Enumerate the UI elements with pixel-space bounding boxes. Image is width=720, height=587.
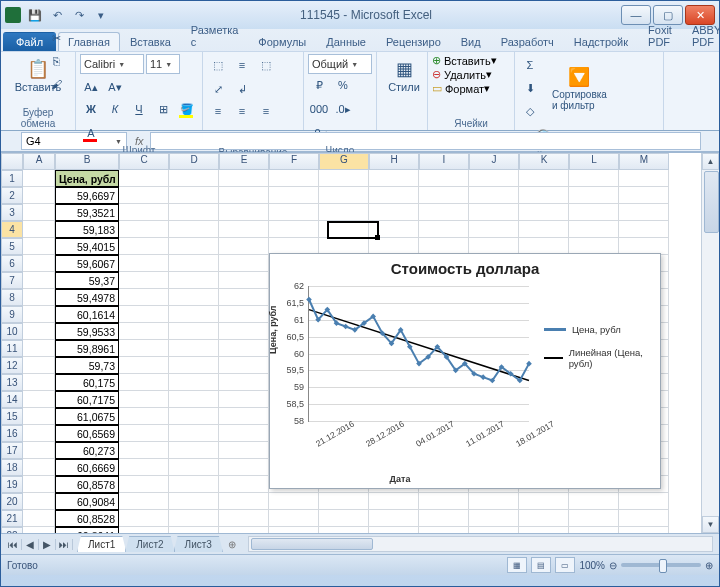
cell[interactable] (219, 493, 269, 510)
row-header[interactable]: 17 (1, 442, 23, 459)
cell[interactable] (369, 204, 419, 221)
cell[interactable] (369, 187, 419, 204)
cell[interactable] (469, 527, 519, 533)
cell[interactable] (23, 255, 55, 272)
cell[interactable] (219, 272, 269, 289)
cell[interactable] (119, 170, 169, 187)
cell[interactable] (369, 170, 419, 187)
tab-abbyy[interactable]: ABBYY PDF (682, 20, 720, 51)
cell[interactable] (469, 187, 519, 204)
cell[interactable] (519, 527, 569, 533)
cell[interactable] (619, 493, 669, 510)
cell[interactable] (23, 425, 55, 442)
row-header[interactable]: 18 (1, 459, 23, 476)
cell[interactable] (169, 238, 219, 255)
cell[interactable] (569, 170, 619, 187)
cell[interactable] (519, 493, 569, 510)
cell[interactable] (219, 459, 269, 476)
cell[interactable] (319, 170, 369, 187)
cell[interactable] (319, 204, 369, 221)
view-pagebreak-icon[interactable]: ▭ (555, 557, 575, 573)
col-header-A[interactable]: A (23, 153, 55, 170)
data-cell[interactable]: 60,175 (55, 374, 119, 391)
zoom-slider[interactable] (621, 563, 701, 567)
orientation-icon[interactable]: ⤢ (207, 78, 229, 100)
cell[interactable] (119, 204, 169, 221)
bold-icon[interactable]: Ж (80, 98, 102, 120)
row-header[interactable]: 5 (1, 238, 23, 255)
cell[interactable] (169, 357, 219, 374)
wrap-text-icon[interactable]: ↲ (231, 78, 253, 100)
cell[interactable] (169, 391, 219, 408)
cell[interactable] (23, 476, 55, 493)
view-normal-icon[interactable]: ▦ (507, 557, 527, 573)
align-center-icon[interactable]: ≡ (231, 100, 253, 122)
col-header-D[interactable]: D (169, 153, 219, 170)
cell[interactable] (419, 170, 469, 187)
cell[interactable] (23, 493, 55, 510)
tab-home[interactable]: Главная (58, 32, 120, 51)
align-middle-icon[interactable]: ≡ (231, 54, 253, 76)
cell[interactable] (23, 272, 55, 289)
col-header-H[interactable]: H (369, 153, 419, 170)
cell[interactable] (319, 527, 369, 533)
data-cell[interactable]: 60,1614 (55, 306, 119, 323)
grow-font-icon[interactable]: A▴ (80, 76, 102, 98)
cell[interactable] (119, 221, 169, 238)
data-cell[interactable]: 59,4015 (55, 238, 119, 255)
comma-icon[interactable]: 000 (308, 98, 330, 120)
cell[interactable] (519, 204, 569, 221)
cell[interactable] (219, 476, 269, 493)
cell[interactable] (219, 306, 269, 323)
col-header-J[interactable]: J (469, 153, 519, 170)
redo-icon[interactable]: ↷ (69, 5, 89, 25)
styles-button[interactable]: ▦Стили (381, 54, 427, 96)
cell[interactable] (219, 442, 269, 459)
col-header-I[interactable]: I (419, 153, 469, 170)
cell[interactable] (119, 323, 169, 340)
cell[interactable] (319, 187, 369, 204)
cell[interactable] (23, 170, 55, 187)
format-painter-icon[interactable]: 🖌 (45, 73, 67, 95)
col-header-M[interactable]: M (619, 153, 669, 170)
cell[interactable] (169, 204, 219, 221)
cell[interactable] (119, 527, 169, 533)
tab-view[interactable]: Вид (451, 32, 491, 51)
cell[interactable] (23, 442, 55, 459)
underline-icon[interactable]: Ч (128, 98, 150, 120)
cell[interactable] (519, 510, 569, 527)
cell[interactable] (23, 323, 55, 340)
cell[interactable] (469, 221, 519, 238)
zoom-in-icon[interactable]: ⊕ (705, 560, 713, 571)
copy-icon[interactable]: ⎘ (45, 50, 67, 72)
cell[interactable] (219, 238, 269, 255)
tab-review[interactable]: Рецензиро (376, 32, 451, 51)
increase-decimal-icon[interactable]: .0▸ (332, 98, 354, 120)
data-cell[interactable]: 59,9533 (55, 323, 119, 340)
data-cell[interactable]: 59,6067 (55, 255, 119, 272)
row-header[interactable]: 4 (1, 221, 23, 238)
cell[interactable] (269, 527, 319, 533)
cell[interactable] (119, 289, 169, 306)
cell[interactable] (23, 459, 55, 476)
cell[interactable] (23, 221, 55, 238)
cell[interactable] (119, 408, 169, 425)
cell[interactable] (169, 306, 219, 323)
data-cell[interactable]: 59,6697 (55, 187, 119, 204)
align-bottom-icon[interactable]: ⬚ (255, 54, 277, 76)
worksheet-area[interactable]: ABCDEFGHIJKLM1Цена, рубл259,6697359,3521… (1, 152, 719, 533)
row-header[interactable]: 7 (1, 272, 23, 289)
cell[interactable] (619, 221, 669, 238)
cell[interactable] (119, 391, 169, 408)
tab-prev-icon[interactable]: ◀ (22, 539, 39, 550)
row-header[interactable]: 12 (1, 357, 23, 374)
italic-icon[interactable]: К (104, 98, 126, 120)
col-header-L[interactable]: L (569, 153, 619, 170)
tab-addins[interactable]: Надстройк (564, 32, 638, 51)
cell[interactable] (419, 510, 469, 527)
cell[interactable] (119, 510, 169, 527)
cell[interactable] (219, 289, 269, 306)
data-cell[interactable]: 59,183 (55, 221, 119, 238)
sheet-tab-2[interactable]: Лист2 (125, 536, 174, 552)
cell[interactable] (23, 340, 55, 357)
